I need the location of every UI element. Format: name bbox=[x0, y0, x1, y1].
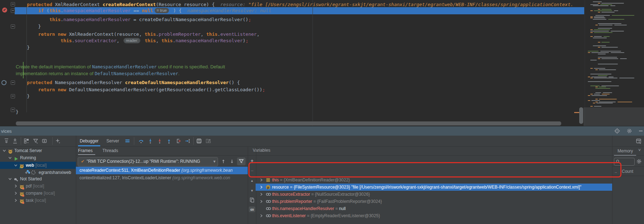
run-to-cursor-icon[interactable] bbox=[185, 138, 190, 144]
thread-selector-dropdown[interactable]: ✔"RMI TCP Connection(2)-12...up "RMI Run… bbox=[78, 157, 218, 166]
code-editor[interactable]: protected XmlReaderContext createReaderC… bbox=[0, 0, 644, 126]
service-tree-item-web[interactable]: web [local] bbox=[0, 162, 76, 169]
minimap-line bbox=[590, 10, 593, 11]
collapse-all-icon[interactable] bbox=[12, 138, 18, 144]
fold-marker-icon[interactable] bbox=[11, 24, 15, 29]
variable-row-this-eventListener[interactable]: this.eventListener = {EmptyReaderEventLi… bbox=[256, 212, 612, 219]
variable-row-this-sourceExtractor[interactable]: this.sourceExtractor = {NullSourceExtrac… bbox=[256, 191, 612, 198]
prev-frame-icon[interactable] bbox=[221, 159, 226, 164]
minimap-line bbox=[599, 102, 616, 102]
variable-value: {FileSystemResource@3023} "file [/Users/… bbox=[294, 185, 581, 190]
vertical-scrollbar[interactable] bbox=[579, 107, 583, 124]
layout-settings-icon[interactable] bbox=[205, 138, 211, 144]
variable-text: this.eventListener = {EmptyReaderEventLi… bbox=[272, 212, 380, 219]
step-over-icon[interactable] bbox=[138, 138, 144, 144]
scroll-down-icon[interactable]: ▼ bbox=[249, 188, 255, 194]
fold-marker-icon[interactable] bbox=[11, 94, 15, 98]
minimap-line bbox=[603, 92, 612, 93]
minimap-line bbox=[598, 54, 606, 54]
step-out-icon[interactable] bbox=[166, 138, 172, 144]
service-tree-item-running[interactable]: Running bbox=[0, 154, 76, 161]
code-token: this bbox=[49, 8, 60, 13]
fold-marker-icon[interactable] bbox=[11, 81, 15, 85]
add-frame-icon[interactable] bbox=[42, 138, 47, 144]
minimize-icon[interactable] bbox=[638, 128, 644, 134]
tree-item-label: pdf bbox=[26, 184, 32, 189]
watches-toggle-icon[interactable]: ∞ bbox=[249, 206, 255, 212]
variable-type-icon bbox=[266, 213, 271, 218]
fold-marker-icon[interactable] bbox=[11, 2, 15, 6]
chevron-right-icon[interactable] bbox=[14, 191, 18, 195]
code-line: Create the default implementation of Nam… bbox=[16, 63, 225, 70]
chevron-down-icon[interactable] bbox=[14, 163, 18, 167]
minimap-line bbox=[594, 78, 618, 78]
variable-row-this-namespaceHandlerResolver[interactable]: this.namespaceHandlerResolver = null bbox=[256, 205, 612, 212]
tab-server[interactable]: Server bbox=[105, 136, 121, 146]
minimap-line bbox=[620, 58, 627, 59]
step-into-icon[interactable] bbox=[147, 138, 153, 144]
minimap-line bbox=[598, 75, 607, 76]
service-tree-item-compare[interactable]: compare [local] bbox=[0, 190, 76, 197]
tab-debugger[interactable]: Debugger bbox=[78, 136, 100, 146]
scroll-up-icon[interactable]: ▲ bbox=[249, 178, 255, 184]
service-tree-item-not-started[interactable]: Not Started bbox=[0, 175, 76, 182]
minimap-viewport[interactable] bbox=[584, 107, 644, 126]
variable-name: this.namespaceHandlerResolver bbox=[272, 206, 334, 211]
memory-table-header[interactable]: .. Count bbox=[612, 167, 644, 176]
memory-search-input[interactable] bbox=[614, 158, 635, 166]
variable-type-icon bbox=[266, 192, 271, 197]
next-frame-icon[interactable] bbox=[229, 159, 235, 164]
chevron-right-icon[interactable] bbox=[259, 199, 263, 204]
chevron-right-icon[interactable] bbox=[259, 192, 263, 196]
memory-settings-gear-icon[interactable] bbox=[636, 159, 642, 164]
variable-row-resource[interactable]: presource = {FileSystemResource@3023} "f… bbox=[256, 184, 612, 191]
add-watch-icon[interactable]: + bbox=[249, 158, 255, 164]
remove-watch-icon[interactable]: − bbox=[249, 168, 255, 174]
drop-frame-icon[interactable] bbox=[175, 138, 181, 144]
service-tree-item-pdf[interactable]: pdf [local] bbox=[0, 182, 76, 190]
chevron-right-icon[interactable] bbox=[14, 184, 18, 188]
evaluate-expression-icon[interactable] bbox=[196, 138, 202, 144]
code-token: ; bbox=[262, 87, 265, 92]
pause-icon[interactable] bbox=[125, 138, 130, 144]
code-token: DefaultNamespaceHandlerResolver(getResou… bbox=[69, 87, 262, 92]
gear-icon[interactable] bbox=[626, 128, 632, 134]
chevron-right-icon[interactable] bbox=[14, 198, 18, 203]
horizontal-scrollbar[interactable] bbox=[16, 121, 561, 126]
chevron-right-icon[interactable] bbox=[259, 185, 263, 189]
fold-marker-icon[interactable] bbox=[11, 108, 15, 112]
filter-icon[interactable] bbox=[33, 138, 39, 144]
overriding-method-icon[interactable] bbox=[1, 80, 6, 85]
hide-frames-filter-toggle[interactable] bbox=[237, 157, 246, 165]
chevron-down-icon[interactable] bbox=[8, 156, 12, 160]
service-tree-item-task[interactable]: task [local] bbox=[0, 197, 76, 204]
chevron-right-icon[interactable] bbox=[259, 178, 263, 182]
code-line: implementation returns an instance of De… bbox=[16, 70, 179, 77]
frame-row[interactable]: createReaderContext:511, XmlBeanDefiniti… bbox=[76, 167, 248, 174]
fold-marker-icon[interactable] bbox=[11, 9, 15, 13]
breakpoint-verified-icon[interactable]: ✔ bbox=[2, 8, 7, 13]
minimap-line bbox=[598, 12, 600, 13]
chevron-down-icon[interactable] bbox=[2, 148, 6, 153]
target-icon[interactable] bbox=[614, 128, 620, 134]
memory-collapse-chevron-icon[interactable]: ˅ bbox=[638, 148, 641, 153]
frame-row[interactable]: contextInitialized:127, IrisContextLoade… bbox=[76, 174, 248, 182]
chevron-down-icon[interactable] bbox=[8, 177, 12, 181]
service-tree-item-egrantshanxiweb[interactable]: egrantshanxiweb bbox=[0, 169, 76, 176]
group-by-icon[interactable] bbox=[24, 138, 29, 144]
expand-all-icon[interactable] bbox=[4, 138, 9, 144]
minimap-change-marker bbox=[574, 112, 579, 113]
tomcat-icon bbox=[19, 164, 24, 169]
code-token: this bbox=[60, 38, 72, 43]
services-panel-header[interactable]: vices bbox=[0, 126, 644, 136]
copy-stack-icon[interactable] bbox=[249, 197, 255, 203]
wrench-icon bbox=[14, 177, 19, 182]
chevron-right-icon[interactable] bbox=[259, 214, 263, 218]
add-service-icon[interactable] bbox=[55, 138, 61, 144]
minimap-line bbox=[590, 74, 611, 74]
variable-row-this-problemReporter[interactable]: this.problemReporter = {FailFastProblemR… bbox=[256, 198, 612, 205]
thread-status-check-icon: ✔ bbox=[81, 159, 84, 164]
service-tree-item-tomcat-server[interactable]: Tomcat Server bbox=[0, 147, 76, 154]
variable-row-this[interactable]: this = {XmlBeanDefinitionReader@3022} bbox=[256, 176, 612, 184]
force-step-into-icon[interactable] bbox=[157, 138, 163, 144]
